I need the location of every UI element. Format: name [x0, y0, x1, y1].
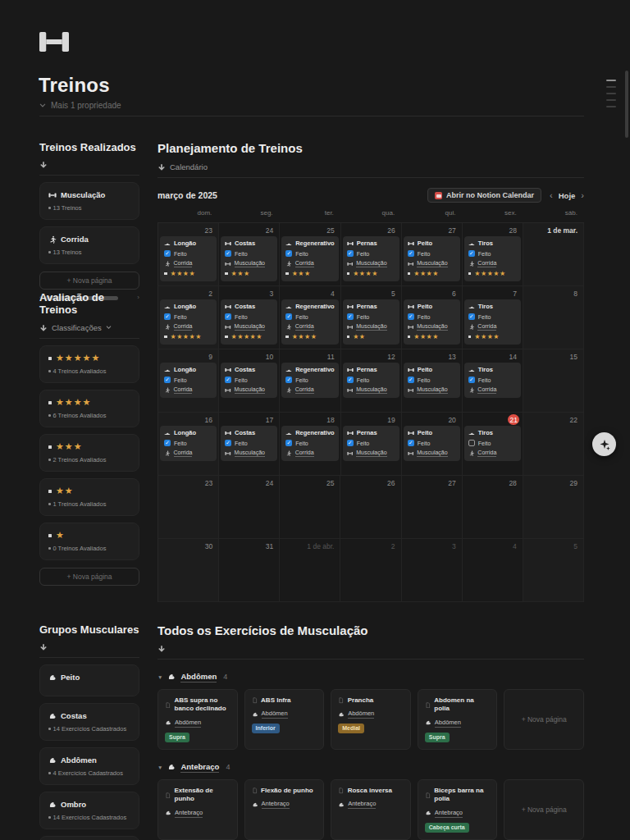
unchecked-checkbox-icon[interactable]	[468, 440, 475, 446]
calendar-event-card[interactable]: Tiros✓FeitoCorrida★★★★	[464, 299, 521, 345]
exercise-relation-row[interactable]: Antebraço	[165, 809, 231, 818]
event-relation-row[interactable]: Musculação	[408, 450, 456, 457]
calendar-day-cell[interactable]: 16Longão✓FeitoCorrida	[158, 413, 219, 476]
properties-toggle[interactable]: Mais 1 propriedade	[39, 101, 121, 110]
exercise-relation-row[interactable]: Antebraço	[425, 809, 491, 818]
calendar-event-card[interactable]: Longão✓FeitoCorrida★★★★	[160, 236, 217, 281]
exercise-card[interactable]: Abdomen na poliaAbdômenSupra	[418, 689, 498, 751]
checked-checkbox-icon[interactable]: ✓	[285, 250, 292, 257]
view-tab-classificacoes[interactable]: Classificações	[39, 323, 139, 332]
calendar-day-cell[interactable]: 10Costas✓FeitoMusculação	[219, 349, 280, 413]
event-done-row[interactable]: ✓Feito	[285, 250, 335, 257]
calendar-day-cell[interactable]: 26Pernas✓FeitoMusculação★★★★	[341, 223, 402, 286]
event-relation-row[interactable]: Corrida	[164, 323, 212, 331]
event-done-row[interactable]: ✓Feito	[225, 250, 273, 257]
event-done-row[interactable]: ✓Feito	[164, 440, 212, 446]
next-month-icon[interactable]: ›	[581, 190, 584, 200]
calendar-event-card[interactable]: Costas✓FeitoMusculação★★★	[221, 236, 277, 281]
new-page-button[interactable]: + Nova página	[39, 272, 139, 290]
exercise-card[interactable]: ABS InfraAbdômenInferior	[244, 689, 325, 751]
calendar-event-card[interactable]: Longão✓FeitoCorrida	[160, 426, 217, 461]
new-page-card[interactable]: + Nova página	[504, 779, 584, 840]
event-done-row[interactable]: ✓Feito	[225, 377, 273, 383]
exercise-relation-row[interactable]: Abdômen	[165, 719, 231, 728]
today-button[interactable]: Hoje	[559, 191, 576, 200]
view-tab-gallery[interactable]	[158, 645, 584, 653]
calendar-day-cell[interactable]: 25Regenerativo✓FeitoCorrida★★★	[280, 223, 341, 286]
calendar-day-cell[interactable]: 1 de abr.	[280, 539, 340, 602]
group-header[interactable]: ▼Antebraço4	[158, 762, 584, 773]
calendar-day-cell[interactable]: 3	[402, 539, 463, 602]
event-relation-row[interactable]: Corrida	[285, 323, 335, 331]
calendar-event-card[interactable]: Regenerativo✓FeitoCorrida★★★★	[281, 299, 339, 345]
calendar-event-card[interactable]: Peito✓FeitoMusculação	[404, 363, 460, 398]
event-done-row[interactable]: ✓Feito	[468, 250, 517, 257]
exercise-relation-row[interactable]: Abdômen	[425, 719, 491, 728]
calendar-day-cell[interactable]: 28Tiros✓FeitoCorrida★★★★★	[463, 223, 523, 286]
calendar-event-card[interactable]: Tiros✓FeitoCorrida	[464, 363, 521, 398]
checked-checkbox-icon[interactable]: ✓	[225, 313, 231, 320]
grupo-muscular-card[interactable]: Abdômen4 Exercícios Cadastrados	[39, 747, 139, 785]
event-done-row[interactable]: ✓Feito	[347, 313, 395, 320]
checked-checkbox-icon[interactable]: ✓	[347, 440, 354, 446]
event-done-row[interactable]: ✓Feito	[285, 377, 335, 383]
calendar-day-cell[interactable]: 3Costas✓FeitoMusculação★★★★★	[219, 286, 280, 349]
calendar-day-cell[interactable]: 4	[463, 539, 523, 602]
calendar-day-cell[interactable]: 26	[340, 476, 401, 539]
calendar-day-cell[interactable]: 31	[219, 539, 280, 602]
event-relation-row[interactable]: Musculação	[347, 323, 395, 331]
event-done-row[interactable]: ✓Feito	[164, 313, 212, 320]
event-relation-row[interactable]: Corrida	[468, 323, 517, 331]
checked-checkbox-icon[interactable]: ✓	[347, 313, 354, 320]
prev-month-icon[interactable]: ‹	[550, 190, 553, 200]
checked-checkbox-icon[interactable]: ✓	[285, 440, 292, 446]
event-relation-row[interactable]: Musculação	[408, 260, 456, 267]
checked-checkbox-icon[interactable]: ✓	[408, 377, 414, 383]
exercise-card[interactable]: Biceps barra na poliaAntebraçoCabeça cur…	[418, 779, 498, 840]
new-page-button[interactable]: + Nova página	[39, 568, 139, 586]
calendar-day-cell[interactable]: 5	[523, 539, 584, 602]
grupo-muscular-card[interactable]: Ombro14 Exercícios Cadastrados	[39, 792, 139, 829]
calendar-day-cell[interactable]: 15	[523, 349, 584, 413]
event-relation-row[interactable]: Musculação	[347, 450, 395, 457]
calendar-day-cell[interactable]: 30	[158, 539, 219, 602]
calendar-event-card[interactable]: Costas✓FeitoMusculação	[221, 363, 277, 398]
event-relation-row[interactable]: Corrida	[164, 260, 212, 267]
calendar-day-cell[interactable]: 29	[523, 476, 584, 539]
event-done-row[interactable]: Feito	[468, 440, 517, 446]
exercise-relation-row[interactable]: Antebraço	[252, 800, 317, 809]
calendar-event-card[interactable]: Regenerativo✓FeitoCorrida	[281, 363, 339, 398]
ai-button[interactable]	[592, 432, 616, 456]
checked-checkbox-icon[interactable]: ✓	[347, 250, 354, 257]
checked-checkbox-icon[interactable]: ✓	[225, 250, 231, 257]
calendar-event-card[interactable]: Tiros✓FeitoCorrida★★★★★	[464, 236, 521, 281]
exercise-relation-row[interactable]: Abdômen	[338, 710, 404, 719]
checked-checkbox-icon[interactable]: ✓	[164, 250, 171, 257]
event-relation-row[interactable]: Corrida	[468, 386, 517, 394]
calendar-event-card[interactable]: Pernas✓FeitoMusculação	[343, 426, 399, 461]
event-relation-row[interactable]: Musculação	[347, 260, 395, 267]
calendar-day-cell[interactable]: 22	[523, 413, 584, 476]
checked-checkbox-icon[interactable]: ✓	[408, 250, 414, 257]
calendar-day-cell[interactable]: 8	[523, 286, 584, 349]
calendar-day-cell[interactable]: 2Longão✓FeitoCorrida★★★★★	[158, 286, 219, 349]
exercise-card[interactable]: ABS supra no banco declinadoAbdômenSupra	[158, 689, 238, 751]
vertical-scrollbar[interactable]	[625, 71, 628, 138]
event-relation-row[interactable]: Musculação	[225, 260, 273, 267]
event-relation-row[interactable]: Corrida	[468, 450, 517, 457]
calendar-day-cell[interactable]: 4Regenerativo✓FeitoCorrida★★★★	[280, 286, 341, 349]
checked-checkbox-icon[interactable]: ✓	[347, 377, 354, 383]
calendar-event-card[interactable]: Peito✓FeitoMusculação★★★★	[404, 236, 460, 281]
checked-checkbox-icon[interactable]: ✓	[164, 377, 171, 383]
checked-checkbox-icon[interactable]: ✓	[468, 313, 475, 320]
calendar-event-card[interactable]: Regenerativo✓FeitoCorrida	[281, 426, 339, 461]
calendar-day-cell[interactable]: 9Longão✓FeitoCorrida	[158, 349, 219, 413]
rating-card[interactable]: ★★★2 Treinos Avaliados	[39, 434, 139, 472]
view-tab-calendario[interactable]: Calendário	[158, 162, 584, 171]
event-relation-row[interactable]: Musculação	[347, 386, 395, 394]
treino-card[interactable]: Musculação13 Treinos	[39, 182, 139, 220]
event-done-row[interactable]: ✓Feito	[408, 377, 456, 383]
calendar-event-card[interactable]: Pernas✓FeitoMusculação	[343, 363, 399, 398]
calendar-event-card[interactable]: Longão✓FeitoCorrida	[160, 363, 217, 398]
calendar-day-cell[interactable]: 23	[158, 476, 219, 539]
